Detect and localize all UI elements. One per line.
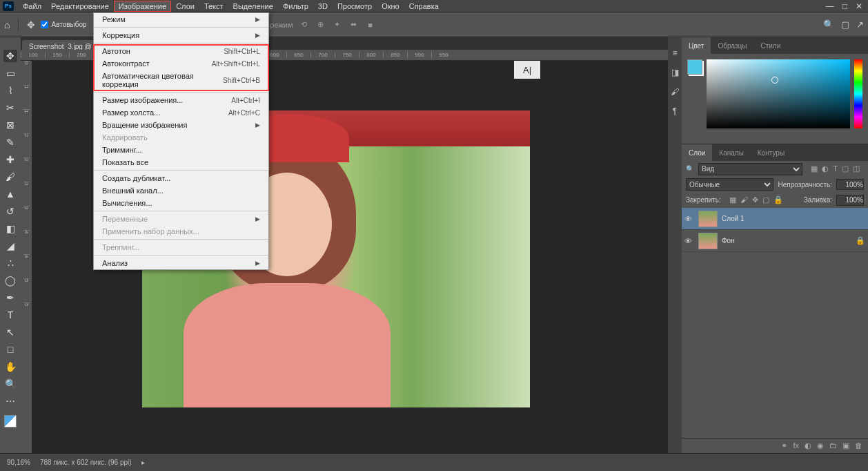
fill-input[interactable] [836, 195, 864, 206]
hue-slider[interactable] [854, 59, 862, 128]
layer-thumbnail[interactable] [698, 211, 718, 227]
color-swatch[interactable] [4, 415, 17, 427]
menu-item-внешний-канал-[interactable]: Внешний канал... [94, 184, 268, 197]
menu-item-анализ[interactable]: Анализ▶ [94, 257, 268, 269]
close-button[interactable]: ✕ [856, 1, 862, 11]
healing-tool[interactable]: ✚ [3, 153, 17, 166]
path-tool[interactable]: ↖ [3, 326, 17, 338]
marquee-tool[interactable]: ▭ [3, 67, 17, 79]
blur-tool[interactable]: ∴ [3, 257, 17, 269]
menu-item-вычисления-[interactable]: Вычисления... [94, 197, 268, 209]
filter-smart-icon[interactable]: ◫ [853, 164, 860, 173]
menu-3d[interactable]: 3D [313, 1, 333, 12]
3d-icon-3[interactable]: ✦ [332, 20, 343, 29]
menu-item-автоматическая-цветовая-коррекция[interactable]: Автоматическая цветовая коррекцияShift+C… [94, 70, 268, 90]
menu-item-показать-все[interactable]: Показать все [94, 156, 268, 169]
layer-name[interactable]: Слой 1 [722, 215, 865, 222]
group-icon[interactable]: 🗀 [829, 441, 837, 450]
move-tool-icon[interactable]: ✥ [27, 19, 35, 30]
history-panel-icon[interactable]: ≡ [672, 48, 677, 58]
properties-panel-icon[interactable]: ◨ [671, 68, 679, 77]
filter-adjust-icon[interactable]: ◐ [822, 164, 829, 173]
pen-tool[interactable]: ✒ [3, 291, 17, 304]
layer-name[interactable]: Фон [722, 237, 851, 244]
menu-item-автотон[interactable]: АвтотонShift+Ctrl+L [94, 45, 268, 57]
type-tool[interactable]: T [3, 309, 17, 321]
workspace-icon[interactable]: ▢ [841, 19, 849, 30]
delete-layer-icon[interactable]: 🗑 [855, 441, 862, 450]
lock-pixels-icon[interactable]: 🖌 [740, 195, 748, 204]
autoselect-checkbox[interactable]: Автовыбор [41, 21, 86, 28]
menu-изображение[interactable]: Изображение [114, 1, 171, 12]
3d-icon-2[interactable]: ⊕ [315, 20, 326, 29]
share-icon[interactable]: ↗ [856, 19, 864, 30]
tab-color[interactable]: Цвет [682, 37, 711, 54]
filter-type-icon[interactable]: T [833, 164, 838, 173]
menu-фильтр[interactable]: Фильтр [278, 1, 313, 12]
gradient-tool[interactable]: ◢ [3, 240, 17, 252]
minimize-button[interactable]: — [826, 1, 834, 11]
menu-справка[interactable]: Справка [404, 1, 444, 12]
status-arrow-icon[interactable]: ▸ [141, 459, 145, 466]
layer-row[interactable]: 👁Фон🔒 [682, 230, 868, 252]
lock-transparent-icon[interactable]: ▦ [729, 195, 736, 204]
menu-окно[interactable]: Окно [377, 1, 404, 12]
lock-all-icon[interactable]: 🔒 [773, 195, 783, 204]
menu-item-размер-холста-[interactable]: Размер холста...Alt+Ctrl+C [94, 106, 268, 119]
menu-item-автоконтраст[interactable]: АвтоконтрастAlt+Shift+Ctrl+L [94, 57, 268, 70]
menu-item-создать-дубликат-[interactable]: Создать дубликат... [94, 172, 268, 184]
text-cursor-box[interactable]: A| [514, 61, 540, 79]
maximize-button[interactable]: □ [842, 1, 847, 11]
filter-shape-icon[interactable]: ▢ [842, 164, 849, 173]
search-icon[interactable]: 🔍 [823, 19, 834, 30]
eyedropper-tool[interactable]: ✎ [3, 136, 17, 148]
tab-swatches[interactable]: Образцы [711, 37, 753, 54]
dodge-tool[interactable]: ◯ [3, 274, 17, 287]
tab-paths[interactable]: Контуры [751, 144, 791, 161]
history-brush-tool[interactable]: ↺ [3, 205, 17, 218]
tab-styles[interactable]: Стили [753, 37, 787, 54]
tab-channels[interactable]: Каналы [712, 144, 751, 161]
3d-icon-1[interactable]: ⟲ [299, 20, 310, 29]
menu-item-режим[interactable]: Режим▶ [94, 13, 268, 26]
menu-файл[interactable]: Файл [18, 1, 46, 12]
menu-item-тримминг-[interactable]: Тримминг... [94, 144, 268, 156]
move-tool[interactable]: ✥ [3, 50, 17, 62]
brushes-panel-icon[interactable]: 🖌 [671, 87, 679, 97]
brush-tool[interactable]: 🖌 [3, 171, 17, 183]
lock-position-icon[interactable]: ✥ [752, 195, 758, 204]
paragraph-panel-icon[interactable]: ¶ [673, 106, 677, 116]
new-layer-icon[interactable]: ▣ [842, 441, 849, 450]
visibility-icon[interactable]: 👁 [684, 237, 694, 245]
opacity-input[interactable] [836, 179, 864, 190]
blend-mode-select[interactable]: Обычные [686, 178, 773, 191]
edit-toolbar[interactable]: ⋯ [3, 395, 17, 407]
layer-row[interactable]: 👁Слой 1 [682, 208, 868, 230]
layer-thumbnail[interactable] [698, 233, 718, 249]
zoom-level[interactable]: 90,16% [7, 459, 30, 466]
menu-слои[interactable]: Слои [171, 1, 199, 12]
3d-icon-4[interactable]: ⬌ [348, 20, 359, 29]
visibility-icon[interactable]: 👁 [684, 215, 694, 223]
shape-tool[interactable]: □ [3, 343, 17, 356]
layer-style-icon[interactable]: fx [793, 441, 799, 450]
crop-tool[interactable]: ✂ [3, 102, 17, 114]
lasso-tool[interactable]: ⌇ [3, 84, 17, 97]
filter-pixel-icon[interactable]: ▦ [811, 164, 818, 173]
menu-item-коррекция[interactable]: Коррекция▶ [94, 29, 268, 41]
frame-tool[interactable]: ⊠ [3, 119, 17, 131]
menu-выделение[interactable]: Выделение [228, 1, 278, 12]
3d-icon-5[interactable]: ■ [365, 21, 376, 29]
menu-редактирование[interactable]: Редактирование [46, 1, 114, 12]
eraser-tool[interactable]: ◧ [3, 222, 17, 235]
hand-tool[interactable]: ✋ [3, 361, 17, 373]
adjustment-layer-icon[interactable]: ◉ [817, 441, 824, 450]
layer-filter-select[interactable]: Вид [698, 163, 802, 175]
menu-текст[interactable]: Текст [199, 1, 228, 12]
zoom-tool[interactable]: 🔍 [3, 378, 17, 390]
menu-просмотр[interactable]: Просмотр [333, 1, 377, 12]
foreground-swatch[interactable] [687, 59, 702, 75]
menu-item-размер-изображения-[interactable]: Размер изображения...Alt+Ctrl+I [94, 94, 268, 106]
menu-item-вращение-изображения[interactable]: Вращение изображения▶ [94, 119, 268, 131]
link-layers-icon[interactable]: ⚭ [781, 441, 787, 450]
